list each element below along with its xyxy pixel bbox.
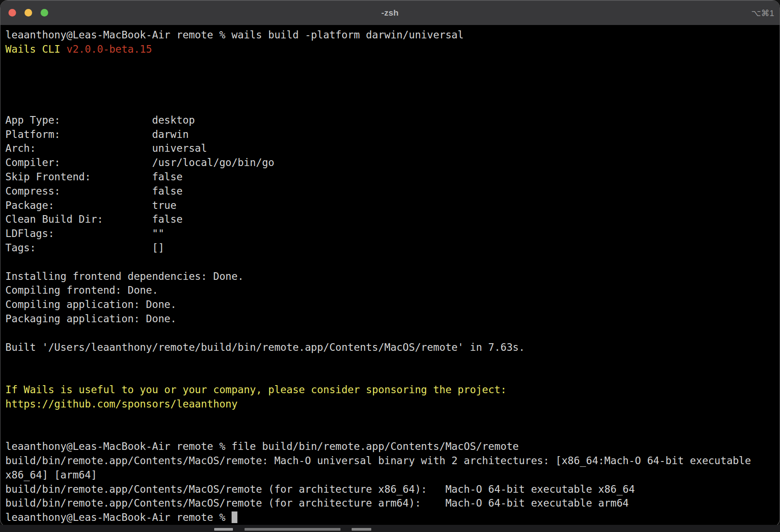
terminal-text-segment: Compiling frontend: Done. [5, 284, 158, 296]
terminal-line-17 [5, 255, 775, 270]
terminal-line-6 [5, 99, 775, 113]
terminal-line-4 [5, 71, 775, 85]
terminal-text-segment: build/bin/remote.app/Contents/MacOS/remo… [5, 497, 629, 509]
terminal-line-33: build/bin/remote.app/Contents/MacOS/remo… [5, 482, 775, 497]
terminal-text-segment: Package: true [5, 200, 177, 211]
terminal-line-11: Skip Frontend: false [5, 170, 775, 184]
background-window-fragment [214, 528, 233, 531]
terminal-line-32: x86_64] [arm64] [5, 468, 775, 482]
terminal-screen[interactable]: leaanthony@Leas-MacBook-Air remote % wai… [0, 25, 780, 525]
terminal-line-7: App Type: desktop [5, 113, 775, 128]
terminal-text-segment: v2.0.0-beta.15 [66, 43, 152, 55]
terminal-line-22 [5, 326, 775, 341]
terminal-text-segment: App Type: desktop [5, 114, 195, 126]
terminal-text-segment: leaanthony@Leas-MacBook-Air remote % [5, 511, 232, 523]
terminal-line-26: If Wails is useful to you or your compan… [5, 383, 775, 397]
terminal-line-23: Built '/Users/leaanthony/remote/build/bi… [5, 341, 775, 355]
terminal-text-segment: Tags: [] [5, 242, 164, 254]
background-window-fragment [352, 528, 371, 531]
terminal-line-31: build/bin/remote.app/Contents/MacOS/remo… [5, 454, 775, 468]
terminal-line-21: Packaging application: Done. [5, 312, 775, 326]
terminal-text-segment: Built '/Users/leaanthony/remote/build/bi… [5, 341, 525, 353]
terminal-text-segment: build/bin/remote.app/Contents/MacOS/remo… [5, 483, 635, 495]
terminal-line-30: leaanthony@Leas-MacBook-Air remote % fil… [5, 440, 775, 454]
terminal-text-segment: Platform: darwin [5, 129, 189, 140]
terminal-text-segment: Wails CLI [5, 43, 66, 55]
terminal-line-14: Clean Build Dir: false [5, 212, 775, 227]
terminal-text-segment: build/bin/remote.app/Contents/MacOS/remo… [5, 455, 751, 466]
terminal-line-27: https://github.com/sponsors/leaanthony [5, 397, 775, 411]
terminal-text-segment: LDFlags: "" [5, 228, 164, 239]
window-titlebar[interactable]: -zsh ⌥⌘1 [0, 0, 780, 25]
terminal-text-segment: Skip Frontend: false [5, 171, 183, 183]
terminal-line-3 [5, 57, 775, 71]
terminal-text-segment: leaanthony@Leas-MacBook-Air remote % wai… [5, 29, 464, 41]
terminal-line-34: build/bin/remote.app/Contents/MacOS/remo… [5, 496, 775, 511]
terminal-line-10: Compiler: /usr/local/go/bin/go [5, 156, 775, 170]
terminal-text-segment: Compress: false [5, 185, 183, 197]
terminal-line-24 [5, 354, 775, 369]
terminal-text-segment: Compiling application: Done. [5, 299, 177, 310]
terminal-line-1: leaanthony@Leas-MacBook-Air remote % wai… [5, 28, 775, 42]
terminal-line-9: Arch: universal [5, 141, 775, 156]
sponsor-url-link[interactable]: https://github.com/sponsors/leaanthony [5, 398, 237, 410]
terminal-line-28 [5, 411, 775, 426]
terminal-line-25 [5, 369, 775, 383]
terminal-line-15: LDFlags: "" [5, 227, 775, 241]
terminal-line-2: Wails CLI v2.0.0-beta.15 [5, 42, 775, 57]
terminal-text-segment: Packaging application: Done. [5, 313, 177, 324]
terminal-line-35: leaanthony@Leas-MacBook-Air remote % [5, 511, 775, 525]
terminal-line-20: Compiling application: Done. [5, 298, 775, 312]
terminal-line-5 [5, 85, 775, 99]
terminal-text-segment: If Wails is useful to you or your compan… [5, 384, 506, 395]
terminal-text-segment: leaanthony@Leas-MacBook-Air remote % fil… [5, 441, 519, 452]
background-window-strip [0, 525, 780, 532]
terminal-window: -zsh ⌥⌘1 leaanthony@Leas-MacBook-Air rem… [0, 0, 780, 527]
tab-shortcut-badge: ⌥⌘1 [751, 0, 774, 25]
terminal-text-segment: Arch: universal [5, 142, 207, 154]
terminal-line-18: Installing frontend dependencies: Done. [5, 270, 775, 284]
terminal-cursor [232, 511, 238, 523]
terminal-line-13: Package: true [5, 199, 775, 213]
terminal-line-19: Compiling frontend: Done. [5, 283, 775, 298]
terminal-line-8: Platform: darwin [5, 128, 775, 142]
terminal-text-segment: Clean Build Dir: false [5, 213, 183, 225]
terminal-text-segment: Installing frontend dependencies: Done. [5, 270, 244, 282]
terminal-line-16: Tags: [] [5, 241, 775, 255]
terminal-line-29 [5, 425, 775, 440]
terminal-line-12: Compress: false [5, 184, 775, 199]
terminal-text-segment: x86_64] [arm64] [5, 469, 97, 481]
background-window-fragment [245, 528, 340, 531]
window-title: -zsh [0, 0, 780, 25]
terminal-text-segment: Compiler: /usr/local/go/bin/go [5, 157, 274, 168]
